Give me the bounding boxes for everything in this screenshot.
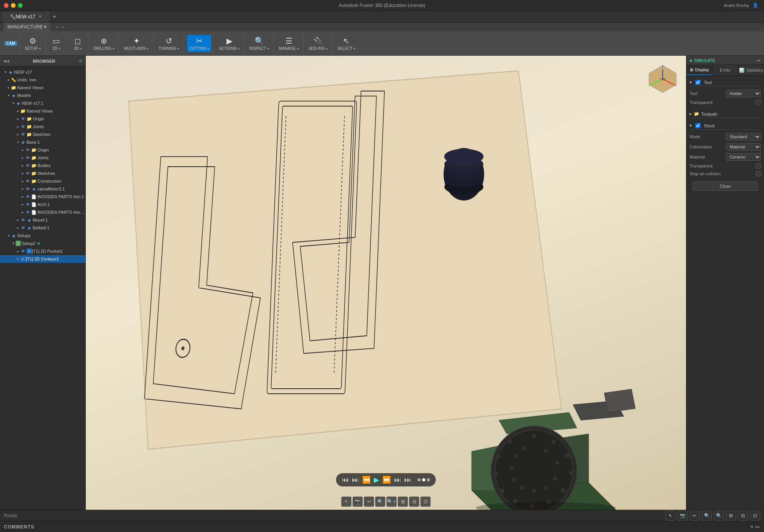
status-tool-1[interactable]: ↖	[665, 511, 676, 521]
multiaxis-button[interactable]: ✦ MULTI-AXIS ▾	[122, 35, 151, 52]
tree-item-base-joints[interactable]: ▸ 👁 📁 Joints	[0, 154, 85, 162]
playback-next-frame-button[interactable]: ⏭	[394, 476, 401, 484]
tree-item-belbelt1[interactable]: ▸ 👁 ◈ Belbelt:1	[0, 224, 85, 232]
tab-new-v17[interactable]: 🔧 NEW v17 ✕	[2, 12, 50, 22]
nav-cube[interactable]: TOP x y z	[647, 63, 678, 95]
stock-section-header[interactable]: ▾ Stock	[690, 122, 761, 130]
tree-label-models: Models	[17, 93, 31, 98]
turning-button[interactable]: ↺ TURNING ▾	[157, 35, 181, 52]
addins-button[interactable]: 🔌 ADD-INS ▾	[307, 35, 330, 52]
tree-item-base1[interactable]: ▾ ◈ Base:1	[0, 138, 85, 146]
sim-tab-display[interactable]: 🖥 Display	[686, 65, 713, 75]
tab-close-icon[interactable]: ✕	[39, 14, 42, 19]
comments-options-icon[interactable]: ⊕	[750, 524, 753, 529]
tree-item-base-bodies[interactable]: ▸ 👁 📁 Bodies	[0, 162, 85, 169]
sim-tab-info[interactable]: ℹ Info	[713, 65, 739, 75]
tree-item-named-views[interactable]: ▸ 📁 Named Views	[0, 107, 85, 115]
account-icon[interactable]: 👤	[753, 3, 758, 8]
tree-item-construction[interactable]: ▸ 👁 📁 Construction	[0, 177, 85, 185]
browser-options-icon[interactable]: ⊕	[79, 58, 82, 63]
manage-button[interactable]: ☰ MANAGE ▾	[277, 35, 301, 52]
tree-item-wooden-parts-2[interactable]: ▸ 👁 📄 WOODEN PARTS thin ...	[0, 208, 85, 216]
viewport-zoom-in-button[interactable]: 🔍+	[387, 497, 397, 507]
tree-item-aux1[interactable]: ▸ 👁 📄 AUX:1	[0, 201, 85, 208]
workspace-selector[interactable]: MANUFACTURE ▾	[4, 23, 50, 31]
cutting-button[interactable]: ✂ CUTTING ▾	[187, 35, 211, 52]
playback-prev-frame-button[interactable]: ⏭	[352, 476, 359, 484]
2d-button[interactable]: ▭ 2D ▾	[49, 35, 64, 52]
tool-section-checkbox[interactable]	[695, 80, 700, 85]
tree-item-pocket1[interactable]: ▸ 👁 P [T1] 2D Pocket1	[0, 247, 85, 255]
tree-item-setup2[interactable]: ▾ S Setup2 ⚙	[0, 240, 85, 247]
viewport-zoom-button[interactable]: 🔍	[375, 497, 386, 507]
playback-start-button[interactable]: ⏮	[342, 476, 349, 484]
tree-item-models[interactable]: ▾ ◈ Models	[0, 92, 85, 99]
viewport-display1-button[interactable]: ⊟	[409, 497, 419, 507]
playback-rewind-button[interactable]: ⏪	[362, 476, 371, 484]
toolpath-section-header[interactable]: ▸ 📁 Toolpath	[690, 110, 761, 118]
svg-point-8	[450, 157, 466, 177]
status-tool-5[interactable]: 🔍	[714, 511, 724, 521]
sim-tab-statistics[interactable]: 📊 Statistics	[738, 65, 764, 75]
tree-item-contour3[interactable]: ▸ C [T1] 2D Contour3	[0, 255, 85, 263]
tree-item-joints[interactable]: ▸ 👁 📁 Joints	[0, 123, 85, 130]
tool-transparent-checkbox[interactable]	[755, 100, 761, 105]
tree-item-origin[interactable]: ▸ 👁 📁 Origin	[0, 115, 85, 123]
viewport-move-button[interactable]: ↖	[341, 497, 352, 507]
tree-item-setups[interactable]: ▾ ◈ Setups	[0, 232, 85, 240]
pocket1-icon: P	[27, 248, 32, 254]
status-tool-4[interactable]: 🔍	[702, 511, 712, 521]
browser-title: BROWSER	[33, 59, 55, 63]
status-tool-2[interactable]: 📷	[677, 511, 688, 521]
stock-colorization-select[interactable]: Material Operation	[726, 143, 761, 151]
tool-select[interactable]: Holder Tool	[726, 90, 761, 97]
eye-base-bodies-icon: 👁	[25, 163, 30, 168]
undo-icon[interactable]: ↩	[56, 25, 59, 29]
status-tool-3[interactable]: ↩	[690, 511, 700, 521]
toolpath-section-icon: 📁	[694, 111, 699, 116]
status-tool-6[interactable]: ⊞	[726, 511, 736, 521]
stock-collision-checkbox[interactable]	[755, 171, 761, 176]
stock-section-checkbox[interactable]	[695, 123, 700, 128]
stock-mode-select[interactable]: Standard Advanced	[726, 133, 761, 141]
tree-item-named-views-root[interactable]: ▸ 📁 Named Views	[0, 84, 85, 92]
stock-colorization-row: Colorization Material Operation	[690, 142, 761, 152]
close-window-button[interactable]	[4, 3, 9, 8]
viewport[interactable]: TOP x y z ⏮ ⏭ ⏪ ▶ ⏩ ⏭ ⏭	[86, 56, 686, 510]
playback-play-button[interactable]: ▶	[374, 476, 379, 484]
tree-item-camamotor[interactable]: ▸ 👁 ◈ camaMotor2:1	[0, 185, 85, 193]
select-button[interactable]: ↖ SELECT ▾	[336, 35, 358, 52]
playback-end-button[interactable]: ⏭	[404, 476, 411, 484]
viewport-display2-button[interactable]: ⊡	[421, 497, 431, 507]
stock-transparent-checkbox[interactable]	[755, 163, 761, 169]
tree-item-wooden-parts-1[interactable]: ▸ 👁 📄 WOODEN PARTS thin:1	[0, 193, 85, 201]
minimize-window-button[interactable]	[11, 3, 16, 8]
playback-forward-button[interactable]: ⏩	[382, 476, 391, 484]
tree-item-base-sketches[interactable]: ▸ 👁 📁 Sketches	[0, 169, 85, 177]
tree-item-units[interactable]: ▸ 📏 Units: mm	[0, 76, 85, 84]
simulate-expand-icon[interactable]: ▸▸	[757, 58, 761, 62]
inspect-button[interactable]: 🔍 INSPECT ▾	[248, 35, 271, 52]
drilling-button[interactable]: ⊕ DRILLING ▾	[92, 35, 117, 52]
redo-icon[interactable]: ↪	[61, 25, 64, 29]
close-button[interactable]: Close	[693, 181, 758, 191]
tool-section-header[interactable]: ▾ Tool	[690, 79, 761, 86]
tree-item-sketches[interactable]: ▸ 👁 📁 Sketches	[0, 130, 85, 138]
tree-item-movel1[interactable]: ▸ 👁 ◈ Movel:1	[0, 216, 85, 224]
status-tool-7[interactable]: ⊟	[738, 511, 748, 521]
maximize-window-button[interactable]	[18, 3, 23, 8]
viewport-camera-button[interactable]: 📷	[353, 497, 363, 507]
viewport-undo-button[interactable]: ↩	[364, 497, 374, 507]
tree-item-base-origin[interactable]: ▸ 👁 📁 Origin	[0, 146, 85, 154]
viewport-grid-button[interactable]: ⊞	[398, 497, 408, 507]
stock-material-select[interactable]: Ceramic Steel Aluminum	[726, 153, 761, 161]
setup-button[interactable]: ⚙ SETUP ▾	[23, 35, 43, 52]
tree-item-newv17-1[interactable]: ▾ ◈ NEW v17:1	[0, 99, 85, 107]
status-tool-8[interactable]: ⊡	[750, 511, 760, 521]
comments-expand-icon[interactable]: ▸▸	[755, 524, 760, 529]
tree-item-root[interactable]: ▾ ◈ NEW v17	[0, 68, 85, 76]
3d-button[interactable]: ◻ 3D ▾	[70, 35, 86, 52]
add-tab-button[interactable]: +	[50, 12, 60, 22]
browser-collapse-icon[interactable]: ◀◀	[3, 59, 9, 63]
actions-button[interactable]: ▶ ACTIONS ▾	[217, 35, 241, 52]
